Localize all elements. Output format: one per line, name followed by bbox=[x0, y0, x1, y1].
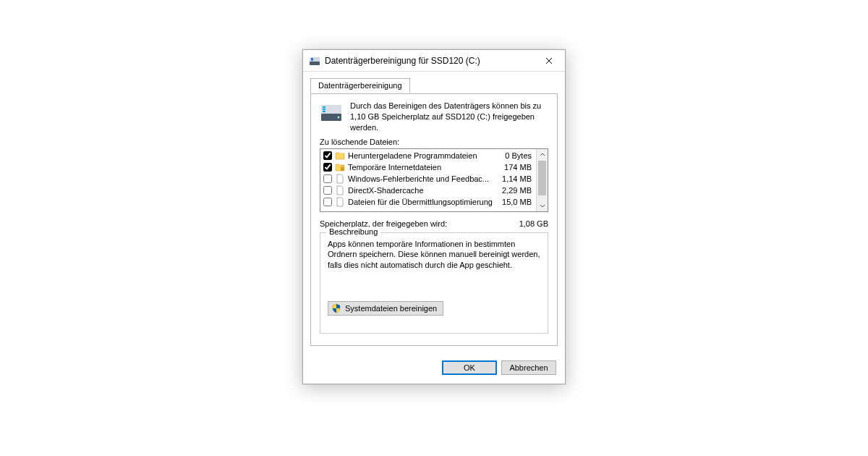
cancel-button[interactable]: Abbrechen bbox=[501, 360, 556, 375]
svg-rect-8 bbox=[323, 109, 326, 110]
folder-icon bbox=[335, 151, 345, 161]
svg-rect-9 bbox=[323, 111, 326, 112]
svg-rect-7 bbox=[323, 106, 326, 108]
freed-space-value: 1,08 GB bbox=[519, 219, 548, 228]
file-row[interactable]: Dateien für die Übermittlungsoptimierung… bbox=[322, 196, 535, 208]
file-icon bbox=[335, 185, 345, 195]
close-button[interactable] bbox=[535, 51, 563, 71]
file-icon bbox=[335, 174, 345, 184]
ok-button[interactable]: OK bbox=[442, 360, 497, 375]
disk-cleanup-icon bbox=[309, 55, 320, 67]
clean-system-files-label: Systemdateien bereinigen bbox=[345, 304, 437, 313]
file-name: Dateien für die Übermittlungsoptimierung bbox=[348, 198, 495, 206]
file-checkbox[interactable] bbox=[323, 151, 332, 160]
file-icon bbox=[335, 197, 345, 207]
file-size: 0 Bytes bbox=[498, 151, 533, 160]
disk-cleanup-dialog: Datenträgerbereinigung für SSD120 (C:) D… bbox=[302, 49, 566, 384]
titlebar: Datenträgerbereinigung für SSD120 (C:) bbox=[303, 50, 565, 72]
file-size: 2,29 MB bbox=[498, 186, 533, 195]
scroll-up-button[interactable] bbox=[537, 149, 548, 161]
clean-system-files-button[interactable]: Systemdateien bereinigen bbox=[328, 301, 443, 316]
tab-disk-cleanup[interactable]: Datenträgerbereinigung bbox=[310, 78, 410, 93]
groupbox-title: Beschreibung bbox=[326, 227, 380, 236]
file-name: DirectX-Shadercache bbox=[348, 186, 495, 195]
tabstrip: Datenträgerbereinigung bbox=[310, 78, 558, 94]
lock-folder-icon bbox=[335, 162, 345, 172]
description-groupbox: Beschreibung Apps können temporäre Infor… bbox=[320, 232, 548, 334]
file-name: Windows-Fehlerberichte und Feedbac... bbox=[348, 174, 495, 183]
intro-text: Durch das Bereinigen des Datenträgers kö… bbox=[350, 101, 548, 133]
svg-rect-2 bbox=[311, 58, 313, 61]
scrollbar[interactable] bbox=[536, 149, 548, 211]
intro-row: Durch das Bereinigen des Datenträgers kö… bbox=[320, 101, 548, 133]
file-size: 15,0 MB bbox=[498, 198, 533, 206]
file-name: Heruntergeladene Programmdateien bbox=[348, 151, 495, 160]
file-row[interactable]: Temporäre Internetdateien 174 MB bbox=[322, 161, 535, 173]
scroll-thumb[interactable] bbox=[538, 161, 546, 195]
file-row[interactable]: Windows-Fehlerberichte und Feedbac... 1,… bbox=[322, 173, 535, 185]
scroll-track[interactable] bbox=[537, 161, 548, 200]
file-checkbox[interactable] bbox=[323, 198, 332, 206]
file-checkbox[interactable] bbox=[323, 186, 332, 195]
file-checkbox[interactable] bbox=[323, 174, 332, 183]
svg-rect-0 bbox=[310, 62, 320, 65]
file-checkbox[interactable] bbox=[323, 163, 332, 172]
file-size: 1,14 MB bbox=[498, 174, 533, 183]
dialog-footer: OK Abbrechen bbox=[303, 353, 565, 384]
file-size: 174 MB bbox=[498, 163, 533, 172]
files-to-delete-label: Zu löschende Dateien: bbox=[320, 138, 548, 146]
tab-panel: Durch das Bereinigen des Datenträgers kö… bbox=[310, 93, 558, 346]
window-title: Datenträgerbereinigung für SSD120 (C:) bbox=[325, 56, 535, 66]
file-name: Temporäre Internetdateien bbox=[348, 163, 495, 172]
svg-point-10 bbox=[338, 117, 340, 119]
file-row[interactable]: DirectX-Shadercache 2,29 MB bbox=[322, 185, 535, 196]
description-text: Apps können temporäre Informationen in b… bbox=[328, 239, 540, 271]
shield-icon bbox=[331, 303, 341, 313]
drive-icon bbox=[320, 101, 343, 124]
svg-rect-11 bbox=[341, 167, 344, 171]
file-list: Heruntergeladene Programmdateien 0 Bytes bbox=[320, 148, 548, 212]
file-row[interactable]: Heruntergeladene Programmdateien 0 Bytes bbox=[322, 150, 535, 161]
scroll-down-button[interactable] bbox=[537, 200, 548, 211]
